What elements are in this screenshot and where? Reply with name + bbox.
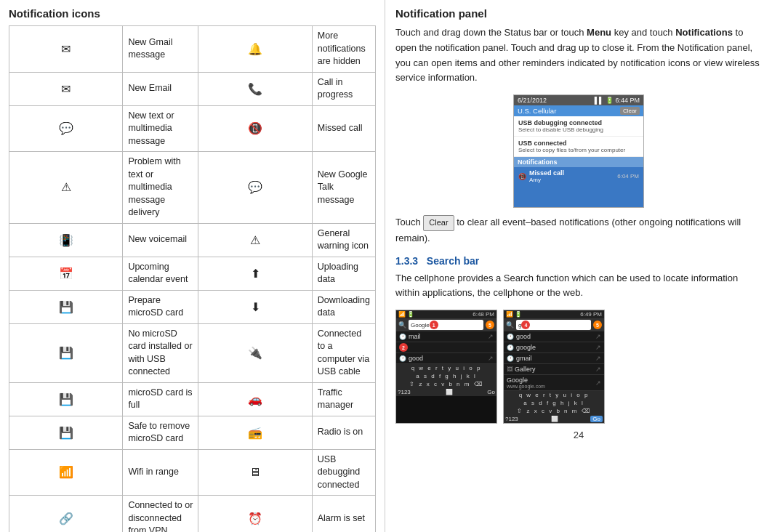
result-good2-label: good [516, 333, 531, 340]
arrow-icon-5: ↗ [595, 355, 601, 362]
keyboard-bottom-2: ?123 ⬜ Go [504, 415, 604, 423]
badge-5b: 5 [593, 321, 602, 329]
space-key-2[interactable]: ⬜ [518, 416, 591, 422]
badge-5: 5 [486, 321, 494, 329]
notif-label-left-4: New voicemail [123, 223, 198, 257]
phone-clear-button[interactable]: Clear [620, 107, 640, 115]
notif-label-right-1: Call in progress [312, 72, 375, 105]
search-phone-2: 📶 🔋 6:49 PM 🔍 g 4 5 🕐good ↗ 🕐google [503, 310, 605, 424]
search-bar-row-1: 🔍 Google 1 5 [396, 318, 496, 331]
notif-table-row: 📳New voicemail⚠General warning icon [9, 223, 376, 257]
keyboard-bottom-1: ?123 ⬜ Go [396, 388, 496, 396]
arrow-icon-1: ↗ [488, 333, 494, 340]
notif-icon-right-1: 📞 [198, 72, 312, 105]
num-key-2[interactable]: ?123 [505, 416, 518, 422]
notif-label-right-6: Downloading data [312, 290, 375, 323]
notif-table-row: ✉New Gmail message🔔More notifications ar… [9, 26, 376, 73]
search-result-google2[interactable]: Google www.google.com ↗ [504, 375, 604, 391]
clear-button-inline[interactable]: Clear [423, 215, 454, 231]
clear-caption: Touch Clear to clear all event–based not… [395, 215, 762, 246]
usb-conn-title: USB connected [518, 140, 639, 147]
notif-icon-left-2: 💬 [9, 105, 123, 152]
result-good-label: good [409, 355, 423, 362]
notif-icon-right-9: 📻 [198, 416, 312, 449]
search-text: The cellphone provides a Search function… [395, 271, 762, 302]
notif-label-right-11: Alarm is set [312, 496, 375, 533]
search-input-1-value: Google [411, 322, 430, 329]
notification-icons-table: ✉New Gmail message🔔More notifications ar… [9, 25, 376, 532]
usb-conn-sub: Select to copy files to/from your comput… [518, 147, 639, 153]
result-google2-label: Google [507, 376, 545, 384]
keyboard-row-1b: a s d f g h j k l [396, 372, 496, 380]
search-phone-1-status: 📶 🔋 6:48 PM [396, 310, 496, 318]
notif-table-row: 💾microSD card is full🚗Traffic manager [9, 382, 376, 416]
notif-icon-left-11: 🔗 [9, 496, 123, 533]
search-bar-row-2: 🔍 g 4 5 [504, 318, 604, 331]
clear-caption-pre: Touch [395, 217, 421, 227]
notif-label-right-9: Radio is on [312, 416, 375, 449]
go-key-2[interactable]: Go [590, 416, 603, 422]
notif-table-row: 💾Prepare microSD card⬇Downloading data [9, 290, 376, 323]
notif-label-left-3: Problem with text or multimedia message … [123, 152, 198, 224]
search-result-mail[interactable]: 🕐mail ↗ [396, 331, 496, 342]
notif-icon-right-2: 📵 [198, 105, 312, 152]
notif-icon-left-7: 💾 [9, 323, 123, 382]
space-key-1[interactable]: ⬜ [411, 389, 488, 395]
missed-call-who: Amy [529, 177, 617, 183]
notif-table-row: 🔗Connected to or disconnected from VPN⏰A… [9, 496, 376, 533]
phone-signal-icons: ▌▌ 🔋 6:44 PM [595, 97, 640, 104]
keyboard-row-2b: a s d f g h j k l [504, 399, 604, 407]
right-column: Notification panel Touch and drag down t… [385, 0, 772, 532]
phone-carrier: U.S. Cellular [518, 107, 556, 115]
missed-call-row: 📵 Missed call Amy 6:04 PM [514, 167, 643, 185]
notif-table-row: 📶Wifi in range🖥USB debuggind connected [9, 449, 376, 496]
search-phone-2-time: 6:49 PM [580, 311, 602, 318]
notif-label-left-7: No microSD card installed or with USB co… [123, 323, 198, 382]
notif-icon-left-6: 💾 [9, 290, 123, 323]
result-mail-label: mail [409, 333, 421, 340]
search-result-good2[interactable]: 🕐good ↗ [504, 331, 604, 342]
search-result-gallery[interactable]: 🖼Gallery ↗ [504, 364, 604, 375]
clock-icon-5: 🕐 [507, 355, 514, 362]
notif-label-right-3: New Google Talk message [312, 152, 375, 224]
usb-debug-notif: USB debugging connected Select to disabl… [514, 116, 643, 137]
search-input-2[interactable]: g 4 [516, 320, 591, 330]
search-phone-1: 📶 🔋 6:48 PM 🔍 Google 1 5 🕐mail ↗ 2 [395, 310, 497, 424]
result-gallery-label: Gallery [515, 366, 536, 373]
num-key-1[interactable]: ?123 [398, 389, 411, 395]
search-result-gmail[interactable]: 🕐gmail ↗ [504, 353, 604, 364]
notif-icon-left-10: 📶 [9, 449, 123, 496]
notif-table-row: 📅Upcoming calendar event⬆Uploading data [9, 257, 376, 290]
notif-label-left-6: Prepare microSD card [123, 290, 198, 323]
notif-icon-left-1: ✉ [9, 72, 123, 105]
notif-icon-left-4: 📳 [9, 223, 123, 257]
notif-icon-right-11: ⏰ [198, 496, 312, 533]
page: Notification icons ✉New Gmail message🔔Mo… [0, 0, 772, 532]
search-result-google[interactable]: 🕐google ↗ [504, 342, 604, 353]
notif-icon-right-8: 🚗 [198, 382, 312, 416]
left-section-title: Notification icons [9, 7, 376, 20]
notif-icon-left-9: 💾 [9, 416, 123, 449]
missed-call-label: Missed call [529, 169, 617, 177]
intro-paragraph: Touch and drag down the Status bar or to… [395, 25, 762, 86]
clock-icon-3: 🕐 [507, 334, 514, 340]
badge-1: 1 [430, 321, 438, 329]
keyboard-row-2c: ⇧ z x c v b n m ⌫ [504, 407, 604, 415]
badge-2: 2 [399, 343, 408, 352]
notif-label-right-4: General warning icon [312, 223, 375, 257]
notif-table-row: 💾Safe to remove microSD card📻Radio is on [9, 416, 376, 449]
gallery-icon: 🖼 [507, 366, 512, 373]
usb-debug-sub: Select to disable USB debugging [518, 126, 639, 133]
intro-text-1: Touch and drag down the Status bar or to… [395, 27, 584, 38]
search-result-good[interactable]: 🕐good ↗ [396, 353, 496, 364]
result-gmail-label: gmail [516, 355, 532, 362]
phone-screenshot: 6/21/2012 ▌▌ 🔋 6:44 PM U.S. Cellular Cle… [513, 94, 644, 208]
search-input-1[interactable]: Google 1 [409, 320, 483, 330]
notif-icon-right-6: ⬇ [198, 290, 312, 323]
phone-status-bar: 6/21/2012 ▌▌ 🔋 6:44 PM [514, 95, 643, 105]
search-phone-2-status: 📶 🔋 6:49 PM [504, 310, 604, 318]
search-phone-1-icons: 📶 🔋 [398, 311, 414, 318]
notif-icon-left-8: 💾 [9, 382, 123, 416]
go-key-1[interactable]: Go [487, 389, 495, 395]
notif-icon-right-7: 🔌 [198, 323, 312, 382]
